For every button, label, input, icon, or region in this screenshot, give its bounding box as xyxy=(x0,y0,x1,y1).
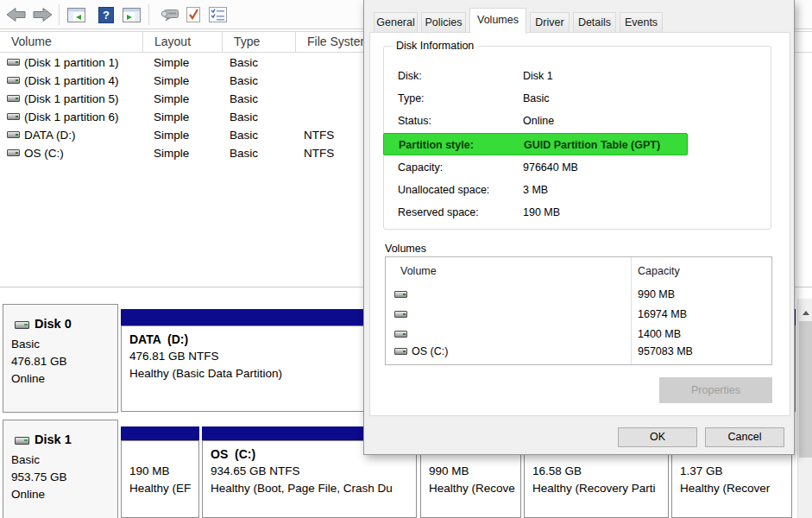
volume-icon xyxy=(7,131,20,138)
dialog-volume-row[interactable]: 990 MB xyxy=(386,286,771,304)
back-button[interactable] xyxy=(5,4,28,25)
partition-body: 190 MB Healthy (EF xyxy=(121,440,199,518)
volumes-section-label: Volumes xyxy=(385,243,426,255)
volume-type: Basic xyxy=(230,108,258,126)
ok-button[interactable]: OK xyxy=(618,427,697,447)
volume-layout: Simple xyxy=(154,126,189,144)
disk-drive-icon xyxy=(15,437,29,445)
volume-type: Basic xyxy=(230,54,258,72)
partition-style-value: GUID Partition Table (GPT) xyxy=(524,139,660,151)
checklist-icon xyxy=(209,7,227,22)
scrollbar-thumb[interactable] xyxy=(799,321,812,458)
partition-health: Healthy (Recover xyxy=(680,480,784,497)
volume-icon xyxy=(394,331,407,338)
disk1-info-panel[interactable]: Disk 1 Basic 953.75 GB Online xyxy=(3,420,118,518)
tab-volumes[interactable]: Volumes xyxy=(469,8,526,34)
partition-info: 16.58 GB xyxy=(532,463,660,480)
disk-information-label: Disk Information xyxy=(392,40,478,52)
type-label: Type: xyxy=(398,92,425,104)
cancel-button[interactable]: Cancel xyxy=(705,427,784,447)
volume-type: Basic xyxy=(230,126,258,144)
dialog-volume-name: OS (C:) xyxy=(412,345,448,357)
column-header-volume[interactable]: Volume xyxy=(0,32,143,52)
disk1-size: 953.75 GB xyxy=(11,471,67,483)
dialog-volume-row[interactable]: 16974 MB xyxy=(386,306,771,324)
disk0-status: Online xyxy=(11,372,45,385)
disk0-name: Disk 0 xyxy=(35,317,72,331)
disk-value: Disk 1 xyxy=(523,70,553,82)
checklist-button[interactable] xyxy=(207,4,228,25)
volume-type: Basic xyxy=(230,72,258,90)
disk0-type: Basic xyxy=(11,338,40,351)
volume-name: DATA (D:) xyxy=(24,126,142,144)
disk-label: Disk: xyxy=(398,70,422,82)
partition-health: Healthy (Recovery Parti xyxy=(532,480,660,497)
volume-icon xyxy=(7,77,20,84)
partition-style-label: Partition style: xyxy=(399,139,474,151)
column-header-layout[interactable]: Layout xyxy=(143,32,223,52)
volume-layout: Simple xyxy=(154,54,189,72)
volume-name: (Disk 1 partition 6) xyxy=(24,108,142,126)
partition-health: Healthy (Boot, Page File, Crash Du xyxy=(211,480,408,497)
scroll-up-icon xyxy=(803,311,809,315)
help-button[interactable]: ? xyxy=(97,4,116,25)
volume-icon xyxy=(394,348,407,355)
volume-layout: Simple xyxy=(154,108,189,126)
partition-efi[interactable]: 190 MB Healthy (EF xyxy=(121,426,199,518)
dialog-column-volume[interactable]: Volume xyxy=(400,265,437,277)
flyout-button[interactable] xyxy=(159,4,181,25)
show-console-tree-button[interactable] xyxy=(66,4,86,25)
tab-events[interactable]: Events xyxy=(620,12,663,33)
dialog-volume-capacity: 990 MB xyxy=(638,288,675,300)
back-arrow-icon xyxy=(6,7,27,22)
show-action-pane-button[interactable] xyxy=(121,4,142,25)
dialog-volumes-list: Volume Capacity 990 MB 16974 MB 1400 MB … xyxy=(385,256,772,365)
volume-icon xyxy=(7,113,20,120)
toolbar-separator xyxy=(59,4,60,25)
volume-fs: NTFS xyxy=(304,144,334,162)
partition-health: Healthy (EF xyxy=(129,480,191,497)
partition-info: 934.65 GB NTFS xyxy=(211,463,408,480)
disk0-size: 476.81 GB xyxy=(11,355,67,368)
volume-name: (Disk 1 partition 5) xyxy=(24,90,142,108)
volume-name: OS (C:) xyxy=(24,144,142,162)
dialog-volume-capacity: 1400 MB xyxy=(638,328,681,340)
partition-health: Healthy (Recove xyxy=(429,480,513,497)
volume-name: (Disk 1 partition 1) xyxy=(24,54,142,72)
volume-layout: Simple xyxy=(154,72,189,90)
disk1-status: Online xyxy=(11,488,45,501)
tab-details[interactable]: Details xyxy=(573,12,616,33)
check-document-button[interactable] xyxy=(184,4,203,25)
partition-color-bar xyxy=(121,426,199,440)
dialog-volume-row[interactable]: 1400 MB xyxy=(386,325,771,344)
volume-icon xyxy=(7,95,20,102)
reserved-space-label: Reserved space: xyxy=(398,206,479,218)
tab-driver[interactable]: Driver xyxy=(530,12,570,33)
status-label: Status: xyxy=(398,115,431,127)
status-value: Online xyxy=(523,115,554,127)
partition-title xyxy=(129,445,191,463)
dialog-volume-capacity: 16974 MB xyxy=(638,308,687,320)
dialog-volume-row[interactable]: OS (C:) 957083 MB xyxy=(386,343,771,361)
volume-icon xyxy=(7,59,20,66)
reserved-space-value: 190 MB xyxy=(523,206,560,218)
tab-policies[interactable]: Policies xyxy=(421,12,466,33)
disk-properties-dialog: General Policies Volumes Driver Details … xyxy=(363,0,795,455)
volume-icon xyxy=(394,291,407,298)
dialog-volume-capacity: 957083 MB xyxy=(638,345,693,357)
console-tree-icon xyxy=(67,8,85,22)
partition-info: 190 MB xyxy=(129,463,191,480)
forward-button[interactable] xyxy=(31,4,54,25)
type-value: Basic xyxy=(523,92,550,104)
properties-button: Properties xyxy=(659,377,772,403)
column-header-type[interactable]: Type xyxy=(223,32,296,52)
volume-layout: Simple xyxy=(154,90,189,108)
tab-general[interactable]: General xyxy=(374,12,418,33)
scroll-up-button[interactable] xyxy=(798,306,812,319)
toolbar-separator xyxy=(148,4,149,25)
disk0-info-panel[interactable]: Disk 0 Basic 476.81 GB Online xyxy=(3,304,118,413)
volume-icon xyxy=(394,311,407,318)
disk1-type: Basic xyxy=(11,453,40,466)
vertical-scrollbar[interactable] xyxy=(797,299,812,518)
dialog-column-capacity[interactable]: Capacity xyxy=(638,265,680,277)
